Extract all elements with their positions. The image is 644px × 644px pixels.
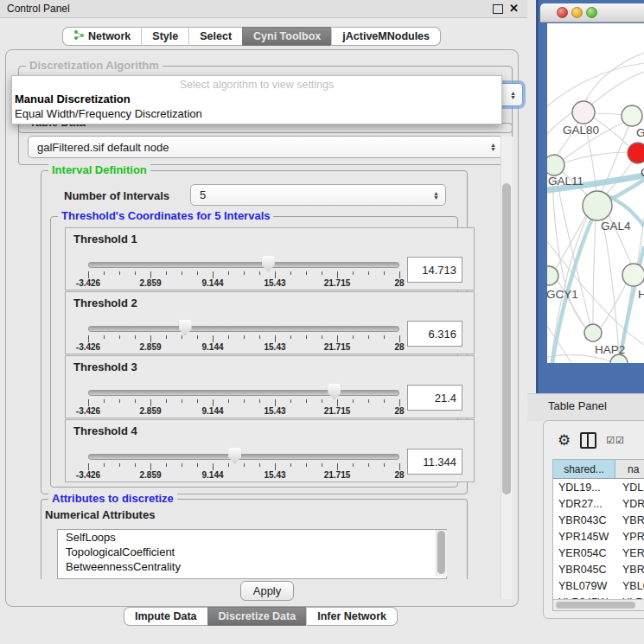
tick-label: 28: [394, 470, 404, 480]
minimize-traffic-light-icon[interactable]: [571, 7, 583, 18]
tab-infer-network[interactable]: Infer Network: [306, 607, 398, 626]
tab-select[interactable]: Select: [188, 27, 242, 46]
tab-label: jActiveMNodules: [342, 30, 430, 42]
node-label: C: [641, 166, 644, 179]
network-window-titlebar[interactable]: [540, 3, 644, 22]
threshold-slider[interactable]: -3.4262.8599.14415.4321.71528: [88, 387, 399, 413]
algorithm-option-equal-width[interactable]: Equal Width/Frequency Discretization: [15, 107, 202, 120]
threshold-value-field[interactable]: 21.4: [407, 385, 462, 411]
tick-label: 28: [394, 406, 404, 416]
table-row[interactable]: YDL19...YDL1: [553, 479, 644, 495]
network-node-gcy1[interactable]: [547, 266, 558, 285]
cyni-toolbox-panel: Discretization Algorithm ▲▼ Select algor…: [5, 49, 519, 607]
gear-icon[interactable]: ⚙: [558, 433, 571, 448]
close-traffic-light-icon[interactable]: [557, 7, 568, 18]
cell-name: YPR1: [615, 531, 644, 543]
algorithm-option-manual[interactable]: Manual Discretization: [15, 92, 131, 105]
panel-scrollbar[interactable]: [501, 137, 513, 599]
tick-label: -3.426: [76, 406, 100, 416]
numerical-attributes-label: Numerical Attributes: [45, 508, 155, 521]
network-node-gal11[interactable]: [547, 155, 564, 175]
numerical-attributes-list[interactable]: SelfLoopsTopologicalCoefficientBetweenne…: [57, 529, 447, 579]
slider-thumb[interactable]: [262, 256, 275, 272]
node-label: GAL4: [601, 220, 631, 233]
table-data-combobox[interactable]: galFiltered.sif default node ▲▼: [28, 136, 503, 158]
table-row[interactable]: YBR045CYBR0: [553, 561, 644, 577]
threshold-coords-label: Threshold's Coordinates for 5 Intervals: [58, 209, 273, 222]
slider-thumb[interactable]: [228, 448, 241, 464]
threshold-slider[interactable]: -3.4262.8599.14415.4321.71528: [88, 451, 399, 477]
tab-impute-data[interactable]: Impute Data: [124, 607, 207, 626]
close-icon[interactable]: ✕: [509, 2, 519, 15]
zoom-traffic-light-icon[interactable]: [586, 7, 597, 18]
network-edge: [601, 283, 627, 328]
table-row[interactable]: YPR145WYPR1: [553, 528, 644, 545]
cell-name: YER0: [615, 547, 644, 559]
attribute-item[interactable]: BetweennessCentrality: [58, 559, 446, 574]
network-node-gal80[interactable]: [572, 101, 595, 124]
control-tab-bar: NetworkStyleSelectCyni ToolboxjActiveMNo…: [62, 27, 441, 46]
threshold-value-field[interactable]: 6.316: [407, 321, 462, 347]
table-row[interactable]: YIL052CYIL0: [553, 610, 644, 611]
network-node-gal4[interactable]: [583, 191, 612, 220]
network-node-g[interactable]: [622, 105, 642, 126]
tab-network[interactable]: Network: [62, 27, 141, 46]
table-panel-toolbar: ⚙ ☑☑: [544, 426, 644, 454]
num-intervals-combobox[interactable]: 5 ▲▼: [190, 184, 446, 206]
tab-label: Style: [152, 30, 178, 42]
network-node-c[interactable]: [628, 143, 644, 163]
tab-jactivemnodules[interactable]: jActiveMNodules: [331, 27, 441, 46]
table-row[interactable]: YDR27...YDR2: [553, 495, 644, 512]
table-row[interactable]: YBR043CYBR0: [553, 512, 644, 528]
panel-title: Control Panel: [7, 3, 70, 15]
tick-label: 2.859: [139, 342, 161, 352]
node-label: GAL80: [563, 124, 599, 137]
tab-discretize-data[interactable]: Discretize Data: [207, 607, 307, 626]
tick-label: 9.144: [201, 342, 223, 352]
slider-thumb[interactable]: [179, 320, 192, 336]
tick-label: -3.426: [76, 278, 100, 288]
network-edge: [547, 63, 644, 106]
tab-label: Impute Data: [135, 610, 197, 622]
float-icon[interactable]: [493, 4, 503, 14]
attribute-item[interactable]: TopologicalCoefficient: [58, 545, 446, 559]
threshold-label: Threshold 4: [73, 424, 137, 437]
screen: Control Panel ✕ NetworkStyleSelectCyni T…: [0, 0, 644, 644]
cell-name: YBR0: [615, 514, 644, 526]
network-edge: [593, 220, 596, 324]
columns-icon[interactable]: [580, 432, 596, 449]
table-hscrollbar[interactable]: [553, 599, 644, 610]
column-header-name[interactable]: na: [615, 460, 644, 478]
tick-label: 9.144: [201, 470, 223, 480]
threshold-value-field[interactable]: 11.344: [407, 449, 462, 475]
table-row[interactable]: YBL079WYBL0: [553, 577, 644, 594]
table-header-row: shared... na: [553, 460, 644, 479]
network-graph[interactable]: GAL80GCGAL11GAL4GCY1HHAP2: [547, 23, 644, 363]
network-icon: [73, 29, 85, 43]
cell-shared-name: YPR145W: [553, 531, 615, 543]
apply-button[interactable]: Apply: [240, 581, 294, 601]
table-row[interactable]: YER054CYER0: [553, 545, 644, 561]
threshold-label: Threshold 2: [73, 296, 137, 309]
network-canvas[interactable]: GAL80GCGAL11GAL4GCY1HHAP2: [547, 23, 644, 363]
attribute-item[interactable]: SelfLoops: [58, 530, 446, 545]
network-edge: [603, 220, 619, 354]
threshold-panel-2: Threshold 2-3.4262.8599.14415.4321.71528…: [65, 291, 475, 354]
slider-thumb[interactable]: [328, 384, 341, 400]
tab-cyni-toolbox[interactable]: Cyni Toolbox: [242, 27, 331, 46]
network-node-hap2[interactable]: [584, 324, 602, 341]
tick-label: 21.715: [324, 342, 351, 352]
tick-label: 28: [394, 278, 404, 288]
cell-shared-name: YDR27...: [553, 498, 615, 510]
threshold-slider[interactable]: -3.4262.8599.14415.4321.71528: [88, 323, 399, 349]
network-node-h[interactable]: [622, 264, 644, 286]
node-table[interactable]: shared... na YDL19...YDL1YDR27...YDR2YBR…: [552, 459, 644, 611]
threshold-slider[interactable]: -3.4262.8599.14415.4321.71528: [88, 259, 399, 285]
threshold-panel-3: Threshold 3-3.4262.8599.14415.4321.71528…: [65, 355, 475, 418]
select-columns-checkboxes-icon[interactable]: ☑☑: [606, 435, 625, 446]
tab-style[interactable]: Style: [141, 27, 188, 46]
threshold-value-field[interactable]: 14.713: [407, 257, 462, 283]
column-header-shared-name[interactable]: shared...: [553, 460, 615, 478]
attributes-scrollbar[interactable]: [436, 530, 447, 577]
table-panel-title: Table Panel: [548, 399, 607, 412]
